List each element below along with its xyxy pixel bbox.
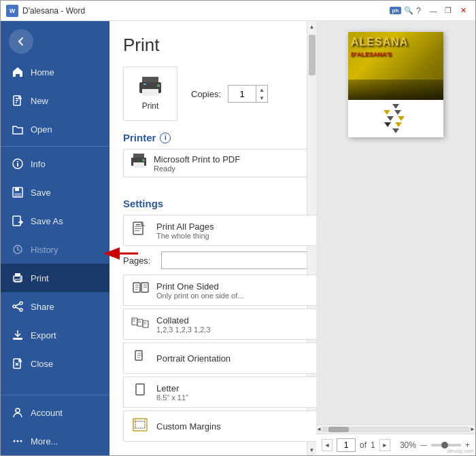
sidebar-item-account[interactable]: Account bbox=[1, 398, 109, 427]
svg-rect-38 bbox=[133, 162, 144, 168]
svg-rect-42 bbox=[135, 226, 141, 227]
scroll-up-button[interactable]: ▲ bbox=[307, 21, 317, 32]
collated-icon bbox=[129, 313, 151, 335]
main-layout: Home New Open bbox=[1, 21, 475, 455]
export-icon bbox=[12, 329, 24, 341]
copies-up[interactable]: ▲ bbox=[256, 86, 267, 94]
svg-rect-8 bbox=[15, 188, 19, 191]
zoom-thumb[interactable] bbox=[441, 442, 448, 449]
watermark: deuaq.com bbox=[447, 448, 474, 454]
svg-rect-22 bbox=[13, 338, 22, 340]
svg-rect-43 bbox=[135, 228, 141, 229]
svg-rect-55 bbox=[137, 319, 143, 326]
more-icon bbox=[12, 435, 24, 447]
sidebar-item-share[interactable]: Share bbox=[1, 292, 109, 321]
svg-line-20 bbox=[16, 304, 20, 306]
sidebar-item-export[interactable]: Export bbox=[1, 321, 109, 349]
home-icon bbox=[12, 66, 24, 78]
sidebar-item-save[interactable]: Save bbox=[1, 178, 109, 207]
preview-sheet: ALESANA D'ALESANA'S bbox=[348, 32, 443, 137]
svg-rect-50 bbox=[143, 285, 147, 285]
printer-info-icon[interactable]: i bbox=[160, 133, 171, 143]
preview-band-sub: D'ALESANA'S bbox=[351, 51, 441, 58]
svg-point-19 bbox=[20, 309, 22, 311]
h-scroll-thumb[interactable] bbox=[328, 427, 349, 432]
title-bar: W D'alesana - Word ph 🔍 ? — ❐ ✕ bbox=[1, 1, 475, 21]
printer-large-icon bbox=[137, 77, 164, 97]
pages-icon bbox=[129, 220, 151, 241]
account-icon bbox=[12, 406, 24, 419]
print-preview: ALESANA D'ALESANA'S bbox=[316, 21, 475, 455]
sidebar-item-more[interactable]: More... bbox=[1, 427, 109, 455]
restore-button[interactable]: ❐ bbox=[441, 4, 455, 18]
svg-rect-48 bbox=[135, 289, 137, 290]
copies-input[interactable]: 1 bbox=[228, 89, 256, 99]
app-window: W D'alesana - Word ph 🔍 ? — ❐ ✕ bbox=[0, 0, 476, 456]
copies-row: Copies: 1 ▲ ▼ bbox=[191, 85, 268, 103]
svg-rect-34 bbox=[143, 84, 146, 85]
page-prev-button[interactable]: ◄ bbox=[322, 439, 333, 451]
back-button[interactable] bbox=[9, 29, 33, 54]
scroll-thumb[interactable] bbox=[309, 35, 316, 75]
save-as-icon bbox=[12, 215, 24, 227]
print-button[interactable]: Print bbox=[123, 67, 177, 121]
zoom-minus-icon: — bbox=[420, 441, 427, 449]
preview-image: ALESANA D'ALESANA'S bbox=[348, 32, 443, 100]
svg-rect-59 bbox=[143, 322, 146, 323]
close-button[interactable]: ✕ bbox=[456, 4, 470, 18]
page-total: 1 bbox=[371, 440, 375, 450]
svg-point-35 bbox=[157, 84, 160, 87]
svg-rect-58 bbox=[143, 321, 148, 328]
preview-vine bbox=[348, 100, 443, 137]
svg-rect-57 bbox=[138, 322, 141, 323]
sidebar-item-new[interactable]: New bbox=[1, 86, 109, 115]
svg-point-27 bbox=[16, 408, 20, 413]
window-controls: — ❐ ✕ bbox=[426, 4, 470, 18]
svg-point-6 bbox=[17, 161, 18, 162]
svg-rect-44 bbox=[135, 230, 139, 231]
history-icon bbox=[12, 243, 24, 256]
h-scroll-right[interactable]: ► bbox=[470, 426, 475, 433]
sidebar: Home New Open bbox=[1, 21, 109, 455]
svg-rect-47 bbox=[135, 287, 139, 287]
svg-rect-33 bbox=[142, 89, 158, 96]
preview-h-scrollbar[interactable]: ◄ ► bbox=[316, 424, 475, 434]
open-icon bbox=[12, 123, 24, 135]
sidebar-item-open[interactable]: Open bbox=[1, 115, 109, 143]
svg-point-28 bbox=[14, 440, 16, 442]
svg-rect-46 bbox=[135, 285, 139, 285]
svg-point-17 bbox=[20, 302, 22, 304]
share-icon bbox=[12, 300, 24, 313]
sidebar-item-close[interactable]: Close bbox=[1, 349, 109, 378]
svg-rect-51 bbox=[143, 287, 147, 287]
svg-point-39 bbox=[142, 159, 145, 162]
help-button[interactable]: ? bbox=[416, 6, 421, 16]
zoom-slider[interactable] bbox=[431, 444, 461, 446]
h-scroll-left[interactable]: ◄ bbox=[316, 426, 322, 433]
copies-down[interactable]: ▼ bbox=[256, 94, 267, 102]
paper-icon bbox=[129, 381, 151, 403]
sidebar-item-save-as[interactable]: Save As bbox=[1, 207, 109, 235]
copies-label: Copies: bbox=[191, 89, 221, 99]
sidebar-bottom: Account More... bbox=[1, 392, 109, 455]
svg-rect-9 bbox=[14, 193, 21, 196]
scroll-down-button[interactable]: ▼ bbox=[307, 444, 317, 455]
sidebar-item-history[interactable]: History bbox=[1, 235, 109, 264]
svg-rect-54 bbox=[133, 321, 135, 321]
sidebar-item-info[interactable]: Info bbox=[1, 150, 109, 178]
print-button-label: Print bbox=[142, 101, 159, 111]
svg-rect-65 bbox=[136, 384, 144, 395]
save-icon bbox=[12, 186, 24, 198]
page-next-button[interactable]: ► bbox=[379, 439, 390, 451]
svg-rect-53 bbox=[133, 319, 135, 320]
svg-rect-41 bbox=[136, 224, 140, 226]
preview-band-name: ALESANA bbox=[351, 36, 441, 48]
app-icon: W bbox=[6, 5, 18, 17]
sides-icon bbox=[129, 279, 151, 301]
svg-point-29 bbox=[17, 440, 19, 442]
orientation-icon bbox=[129, 347, 151, 369]
page-number-input[interactable] bbox=[337, 438, 356, 452]
sidebar-item-home[interactable]: Home bbox=[1, 58, 109, 86]
minimize-button[interactable]: — bbox=[426, 4, 440, 18]
sidebar-item-print[interactable]: Print bbox=[1, 264, 109, 292]
